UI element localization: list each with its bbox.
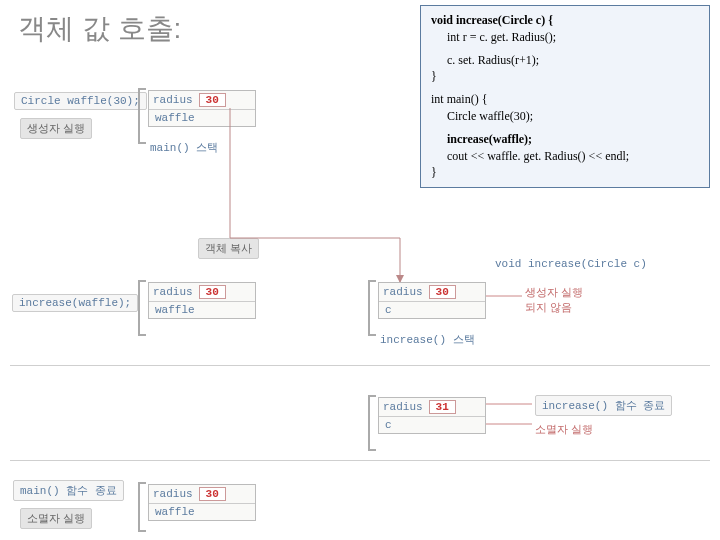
- frame-waffle-2-member: radius 30: [149, 283, 255, 301]
- frame-c-2-member: radius 31: [379, 398, 485, 416]
- page-title: 객체 값 호출:: [18, 10, 181, 48]
- label-increase-call: increase(waffle);: [12, 294, 138, 312]
- code-line-1: void increase(Circle c) {: [431, 12, 699, 29]
- frame-waffle-3: radius 30 waffle: [148, 484, 256, 521]
- frame-c-2-val: 31: [429, 400, 456, 414]
- frame-waffle-1-member: radius 30: [149, 91, 255, 109]
- label-main-stack-1: main() 스택: [150, 140, 218, 155]
- code-line-8: cout << waffle. get. Radius() << endl;: [431, 148, 699, 165]
- frame-waffle-2-val: 30: [199, 285, 226, 299]
- frame-waffle-2-member-name: radius: [153, 286, 193, 298]
- code-line-5: int main() {: [431, 91, 699, 108]
- label-ctor-exec: 생성자 실행: [20, 118, 92, 139]
- frame-c-1: radius 30 c: [378, 282, 486, 319]
- frame-waffle-1-member-name: radius: [153, 94, 193, 106]
- frame-waffle-1-name: waffle: [149, 109, 255, 126]
- frame-waffle-3-member: radius 30: [149, 485, 255, 503]
- frame-c-1-member: radius 30: [379, 283, 485, 301]
- label-dtor-exec-2: 소멸자 실행: [20, 508, 92, 529]
- code-line-4: }: [431, 68, 699, 85]
- frame-c-2: radius 31 c: [378, 397, 486, 434]
- frame-waffle-2-name: waffle: [149, 301, 255, 318]
- frame-waffle-3-val: 30: [199, 487, 226, 501]
- frame-waffle-1-val: 30: [199, 93, 226, 107]
- frame-waffle-2: radius 30 waffle: [148, 282, 256, 319]
- stack-bracket-1: [138, 88, 146, 144]
- code-line-3: c. set. Radius(r+1);: [431, 52, 699, 69]
- stack-bracket-3: [368, 280, 376, 336]
- connector-noctor: [486, 288, 526, 308]
- stack-bracket-5: [138, 482, 146, 532]
- code-line-6: Circle waffle(30);: [431, 108, 699, 125]
- label-inc-end: increase() 함수 종료: [535, 395, 672, 416]
- code-line-2: int r = c. get. Radius();: [431, 29, 699, 46]
- frame-c-2-member-name: radius: [383, 401, 423, 413]
- arrow-objcopy: [200, 108, 420, 288]
- divider-2: [10, 460, 710, 461]
- code-box: void increase(Circle c) { int r = c. get…: [420, 5, 710, 188]
- frame-c-2-name: c: [379, 416, 485, 433]
- frame-waffle-3-member-name: radius: [153, 488, 193, 500]
- divider-1: [10, 365, 710, 366]
- label-noctor: 생성자 실행 되지 않음: [525, 285, 583, 315]
- connector-incend: [486, 398, 536, 430]
- label-void-increase: void increase(Circle c): [495, 258, 647, 270]
- label-circle-decl: Circle waffle(30);: [14, 92, 147, 110]
- label-objcopy: 객체 복사: [198, 238, 259, 259]
- stack-bracket-2: [138, 280, 146, 336]
- frame-c-1-member-name: radius: [383, 286, 423, 298]
- label-dtor-exec-1: 소멸자 실행: [535, 422, 593, 437]
- frame-c-1-name: c: [379, 301, 485, 318]
- frame-waffle-3-name: waffle: [149, 503, 255, 520]
- frame-waffle-1: radius 30 waffle: [148, 90, 256, 127]
- code-line-9: }: [431, 164, 699, 181]
- frame-c-1-val: 30: [429, 285, 456, 299]
- code-line-7: increase(waffle);: [431, 131, 699, 148]
- label-inc-stack: increase() 스택: [380, 332, 475, 347]
- stack-bracket-4: [368, 395, 376, 451]
- label-main-end: main() 함수 종료: [13, 480, 124, 501]
